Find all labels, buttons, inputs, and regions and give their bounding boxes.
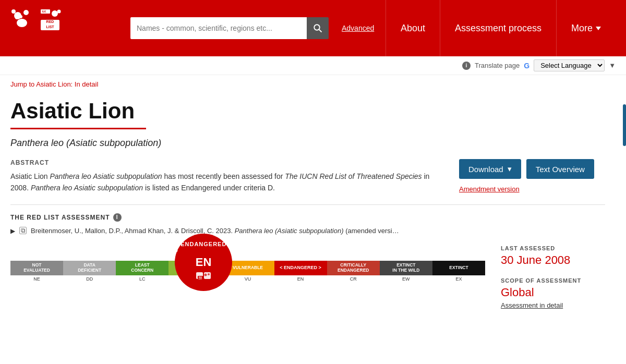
nav-more[interactable]: More: [556, 0, 616, 56]
status-bar-area: « ENDANGERED » EN RED LIST: [10, 245, 485, 320]
species-scientific-name: Panthera leo (Asiatic subpopulation): [10, 138, 605, 149]
en-code-label: EN: [196, 256, 212, 269]
logo-area: RED LIST IUCN: [10, 7, 130, 49]
nav-more-label: More: [571, 23, 593, 34]
citation-end: (amended versi…: [345, 227, 399, 235]
endangered-bubble: « ENDANGERED » EN RED LIST: [175, 234, 232, 291]
scroll-indicator[interactable]: [623, 104, 626, 146]
translate-label: Translate page: [475, 62, 520, 69]
svg-point-15: [46, 9, 50, 14]
svg-text:RED: RED: [46, 20, 54, 23]
citation-text: Breitenmoser, U., Mallon, D.P., Ahmad Kh…: [31, 227, 399, 235]
language-select[interactable]: Select Language: [534, 59, 605, 71]
select-language-chevron: ▼: [609, 62, 616, 69]
last-assessed-label: LAST ASSESSED: [501, 245, 605, 251]
status-ex: EXTINCT EX: [432, 261, 485, 282]
title-underline: [10, 128, 146, 129]
scope-value: Global: [501, 286, 605, 299]
abstract-right: Download ▾ Text Overview Amendment versi…: [459, 159, 605, 194]
svg-point-25: [208, 273, 210, 275]
text-overview-button[interactable]: Text Overview: [526, 159, 594, 179]
svg-point-3: [23, 10, 29, 15]
main-content: Asiatic Lion Panthera leo (Asiatic subpo…: [0, 93, 616, 330]
svg-point-4: [11, 9, 16, 14]
svg-point-6: [15, 16, 18, 19]
iucn-redlist-logo: RED LIST IUCN: [10, 7, 63, 49]
status-code-dd: DD: [86, 276, 93, 282]
status-dd: DATADEFICIENT DD: [63, 261, 116, 282]
status-code-vu: VU: [245, 276, 251, 282]
rl-logo-mini: RED LIST: [196, 272, 211, 284]
search-button[interactable]: [307, 17, 329, 39]
amendment-link[interactable]: Amendment version: [459, 185, 520, 193]
abstract-text-italic1: Panthera leo Asiatic subpopulation: [50, 172, 162, 180]
nav-assessment-process[interactable]: Assessment process: [440, 0, 556, 56]
translate-bar: i Translate page G Select Language ▼: [0, 56, 626, 75]
abstract-section: ABSTRACT Asiatic Lion Panthera leo Asiat…: [10, 159, 605, 194]
abstract-text-p1: Asiatic Lion: [10, 172, 50, 180]
status-box-ne: NOTEVALUATED: [10, 261, 63, 275]
status-box-en: < ENDANGERED >: [274, 261, 327, 275]
main-nav: About Assessment process More: [386, 0, 616, 56]
abstract-text-italic2: The IUCN Red List of Threatened Species: [285, 172, 422, 180]
status-code-en: EN: [297, 276, 304, 282]
google-logo: G: [524, 62, 529, 70]
search-input[interactable]: [130, 17, 307, 39]
sidebar-right: LAST ASSESSED 30 June 2008 SCOPE OF ASSE…: [501, 245, 605, 320]
status-ne: NOTEVALUATED NE: [10, 261, 63, 282]
redlist-label-text: THE RED LIST ASSESSMENT: [10, 214, 110, 221]
nav-about[interactable]: About: [386, 0, 440, 56]
status-cr: CRITICALLYENDANGERED CR: [327, 261, 380, 282]
abstract-text: Asiatic Lion Panthera leo Asiatic subpop…: [10, 171, 449, 194]
action-buttons: Download ▾ Text Overview: [459, 159, 594, 179]
status-bar: NOTEVALUATED NE DATADEFICIENT DD LEASTCO…: [10, 261, 485, 282]
status-bar-wrapper: « ENDANGERED » EN RED LIST: [10, 261, 485, 282]
redlist-label: THE RED LIST ASSESSMENT i: [10, 213, 605, 222]
scope-block: SCOPE OF ASSESSMENT Global Assessment in…: [501, 277, 605, 309]
download-chevron-icon: ▾: [508, 164, 512, 174]
status-box-cr: CRITICALLYENDANGERED: [327, 261, 380, 275]
status-ew: EXTINCTIN THE WILD EW: [380, 261, 432, 282]
status-code-cr: CR: [350, 276, 357, 282]
redlist-info-icon[interactable]: i: [113, 213, 122, 222]
svg-point-16: [57, 10, 61, 14]
last-assessed-value: 30 June 2008: [501, 253, 605, 267]
status-box-dd: DATADEFICIENT: [63, 261, 116, 275]
rl-mini-logo-icon: RED LIST: [196, 272, 211, 284]
scope-label: SCOPE OF ASSESSMENT: [501, 277, 605, 284]
search-area: [130, 17, 329, 39]
svg-text:LIST: LIST: [199, 277, 202, 280]
translate-info-icon[interactable]: i: [462, 62, 471, 70]
svg-point-24: [204, 273, 207, 276]
svg-point-5: [17, 19, 27, 27]
abstract-text-p4: is listed as Endangered under criteria D…: [145, 184, 275, 192]
download-label: Download: [468, 165, 503, 174]
status-box-ex: EXTINCT: [432, 261, 485, 275]
status-box-ew: EXTINCTIN THE WILD: [380, 261, 432, 275]
status-en: < ENDANGERED > EN: [274, 261, 327, 282]
chevron-down-icon: [596, 27, 601, 30]
advanced-link[interactable]: Advanced: [342, 24, 374, 32]
svg-line-18: [319, 30, 322, 32]
search-icon: [313, 23, 322, 33]
svg-point-14: [52, 10, 58, 17]
abstract-text-p2: has most recently been assessed for: [164, 172, 285, 180]
svg-point-17: [314, 25, 320, 30]
status-lc: LEASTCONCERN LC: [116, 261, 168, 282]
status-box-lc: LEASTCONCERN: [116, 261, 168, 275]
svg-point-7: [19, 15, 22, 18]
copy-citation-button[interactable]: ⧉: [19, 227, 27, 234]
jump-link[interactable]: Jump to Asiatic Lion: In detail: [10, 80, 98, 88]
content-sidebar: « ENDANGERED » EN RED LIST: [10, 245, 605, 320]
expand-citation-button[interactable]: ▶: [10, 227, 15, 235]
abstract-text-italic3: Panthera leo Asiatic subpopulation: [31, 184, 143, 192]
status-code-ew: EW: [402, 276, 410, 282]
status-code-ex: EX: [455, 276, 462, 282]
citation-species-italic: Panthera leo (Asiatic subpopulation): [235, 227, 344, 235]
assessment-detail-link[interactable]: Assessment in detail: [501, 301, 605, 309]
status-code-ne: NE: [33, 276, 40, 282]
abstract-left: ABSTRACT Asiatic Lion Panthera leo Asiat…: [10, 159, 449, 194]
abstract-label: ABSTRACT: [10, 159, 449, 166]
download-button[interactable]: Download ▾: [459, 159, 521, 179]
citation-row: ▶ ⧉ Breitenmoser, U., Mallon, D.P., Ahma…: [10, 227, 605, 235]
